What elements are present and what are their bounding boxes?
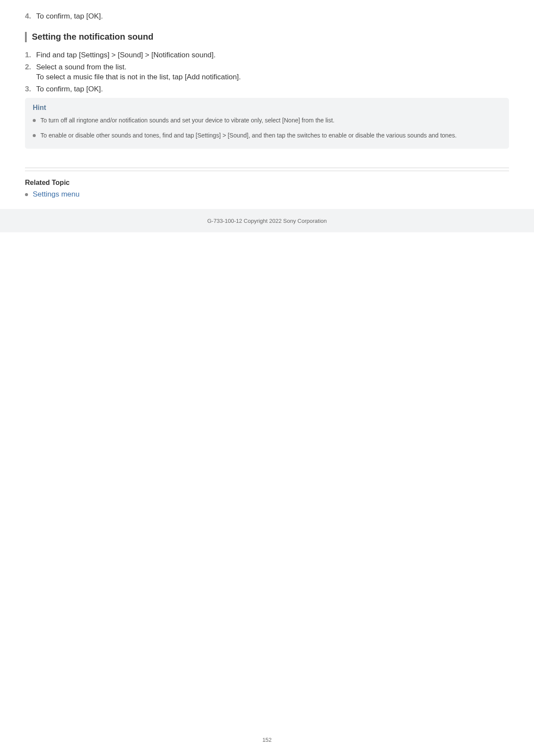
step-4: 4. To confirm, tap [OK]. xyxy=(25,11,509,22)
hint-box: Hint To turn off all ringtone and/or not… xyxy=(25,98,509,149)
step-number: 1. xyxy=(25,51,36,59)
settings-menu-link[interactable]: Settings menu xyxy=(33,190,80,198)
step-subtext: To select a music file that is not in th… xyxy=(36,72,509,82)
related-list: Settings menu xyxy=(25,190,509,199)
heading-text: Setting the notification sound xyxy=(32,32,153,42)
step-number: 2. xyxy=(25,63,36,72)
footer-bar: G-733-100-12 Copyright 2022 Sony Corpora… xyxy=(0,209,534,232)
related-item: Settings menu xyxy=(25,190,509,199)
step-text: To confirm, tap [OK]. xyxy=(36,11,103,22)
related-topic-title: Related Topic xyxy=(25,179,509,187)
step-1: 1. Find and tap [Settings] > [Sound] > [… xyxy=(25,50,509,60)
step-text: Select a sound from the list. xyxy=(36,62,127,72)
hint-item: To enable or disable other sounds and to… xyxy=(33,131,501,140)
hint-list: To turn off all ringtone and/or notifica… xyxy=(33,116,501,140)
section-heading: Setting the notification sound xyxy=(25,32,509,42)
copyright-text: G-733-100-12 Copyright 2022 Sony Corpora… xyxy=(207,218,327,224)
step-number: 3. xyxy=(25,85,36,94)
step-text: Find and tap [Settings] > [Sound] > [Not… xyxy=(36,50,216,60)
page-number: 152 xyxy=(0,737,534,743)
document-page: 4. To confirm, tap [OK]. Setting the not… xyxy=(0,11,534,199)
hint-item: To turn off all ringtone and/or notifica… xyxy=(33,116,501,125)
heading-bar xyxy=(25,32,27,42)
step-2: 2. Select a sound from the list. To sele… xyxy=(25,62,509,83)
divider xyxy=(25,171,509,171)
hint-title: Hint xyxy=(33,104,501,112)
step-3: 3. To confirm, tap [OK]. xyxy=(25,84,509,94)
divider xyxy=(25,168,509,168)
step-text: To confirm, tap [OK]. xyxy=(36,84,103,94)
step-number: 4. xyxy=(25,12,36,21)
